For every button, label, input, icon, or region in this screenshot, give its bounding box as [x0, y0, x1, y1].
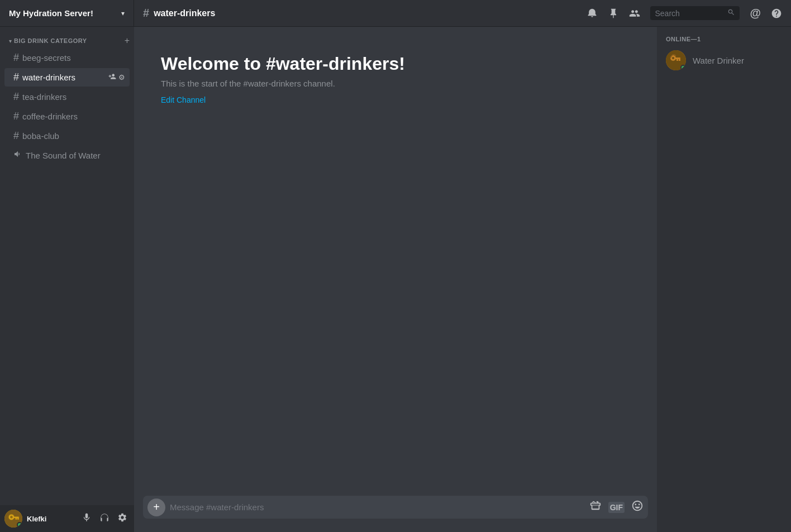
bell-icon[interactable]: [587, 8, 598, 19]
text-channel-icon: #: [13, 111, 19, 122]
channel-name: water-drinkers: [154, 8, 215, 18]
chat-area: Welcome to #water-drinkers! This is the …: [134, 27, 657, 532]
gift-icon[interactable]: [589, 500, 602, 515]
text-channel-icon: #: [13, 130, 19, 142]
svg-point-5: [10, 516, 12, 518]
member-display-name: Water Drinker: [693, 56, 744, 65]
welcome-title: Welcome to #water-drinkers!: [161, 54, 630, 74]
at-icon[interactable]: @: [750, 7, 761, 20]
channel-item-beeg-secrets[interactable]: # beeg-secrets ⚙: [4, 49, 130, 67]
edit-channel-link[interactable]: Edit Channel: [161, 95, 206, 104]
welcome-section: Welcome to #water-drinkers! This is the …: [134, 36, 657, 123]
help-icon[interactable]: [771, 8, 782, 19]
welcome-subtitle: This is the start of the #water-drinkers…: [161, 79, 630, 88]
message-input-box: + GIF: [143, 496, 648, 519]
channel-item-label: boba-club: [22, 131, 125, 141]
svg-rect-2: [14, 516, 19, 518]
member-avatar: [666, 50, 686, 70]
channel-item-actions: ⚙: [108, 73, 125, 82]
members-icon[interactable]: [629, 8, 640, 19]
add-member-icon[interactable]: [108, 73, 116, 82]
member-item[interactable]: Water Drinker: [661, 47, 787, 74]
chat-messages: Welcome to #water-drinkers! This is the …: [134, 27, 657, 496]
emoji-icon[interactable]: [631, 500, 644, 515]
user-bar: Klefki: [0, 505, 134, 532]
channel-item-boba-club[interactable]: # boba-club: [4, 127, 130, 145]
channel-header: # water-drinkers: [134, 7, 578, 20]
svg-point-11: [672, 57, 674, 59]
user-display-name: Klefki: [27, 515, 75, 523]
main-layout: ▾ BIG DRINK CATEGORY + # beeg-secrets ⚙ …: [0, 27, 791, 532]
topbar: My Hydration Server! ▾ # water-drinkers: [0, 0, 791, 27]
category-name: BIG DRINK CATEGORY: [14, 37, 122, 44]
channel-item-label: The Sound of Water: [26, 151, 101, 160]
user-avatar: [4, 510, 22, 528]
pin-icon[interactable]: [608, 8, 619, 19]
members-section-header: ONLINE—1: [661, 36, 787, 47]
user-actions: [79, 510, 130, 527]
channel-item-water-drinkers[interactable]: # water-drinkers ⚙: [4, 68, 130, 87]
channel-item-label: tea-drinkers: [22, 92, 125, 102]
svg-rect-8: [675, 57, 680, 59]
message-actions: GIF: [589, 500, 644, 515]
channel-item-sound-of-water[interactable]: The Sound of Water: [4, 146, 130, 164]
channel-item-label: beeg-secrets: [22, 53, 125, 63]
channel-item-label: coffee-drinkers: [22, 112, 125, 121]
category-header[interactable]: ▾ BIG DRINK CATEGORY +: [0, 27, 134, 48]
search-icon: [727, 8, 735, 18]
text-channel-icon: #: [13, 71, 19, 83]
channel-hash-icon: #: [143, 7, 149, 20]
channel-item-coffee-drinkers[interactable]: # coffee-drinkers: [4, 107, 130, 126]
settings-icon[interactable]: [115, 510, 130, 527]
gif-icon[interactable]: GIF: [608, 502, 625, 513]
server-name: My Hydration Server!: [9, 8, 121, 18]
settings-icon[interactable]: ⚙: [118, 73, 125, 82]
server-chevron-icon: ▾: [121, 9, 125, 17]
svg-rect-10: [676, 59, 678, 61]
members-panel: ONLINE—1 Water Drinker: [657, 27, 791, 532]
server-name-button[interactable]: My Hydration Server! ▾: [0, 0, 134, 26]
text-channel-icon: #: [13, 52, 19, 64]
text-channel-icon: #: [13, 91, 19, 103]
add-channel-icon[interactable]: +: [125, 36, 130, 46]
add-attachment-button[interactable]: +: [147, 499, 165, 516]
message-input-area: + GIF: [134, 496, 657, 532]
message-input[interactable]: [170, 496, 585, 519]
channel-item-tea-drinkers[interactable]: # tea-drinkers: [4, 88, 130, 106]
search-input[interactable]: [655, 9, 724, 18]
search-box[interactable]: [650, 6, 740, 20]
voice-channel-icon: [13, 150, 22, 161]
member-online-indicator: [680, 65, 686, 70]
category-chevron-icon: ▾: [9, 38, 12, 44]
svg-rect-4: [16, 518, 17, 520]
topbar-right: @: [578, 6, 791, 20]
sidebar: ▾ BIG DRINK CATEGORY + # beeg-secrets ⚙ …: [0, 27, 134, 532]
svg-rect-9: [679, 59, 680, 61]
user-online-indicator: [17, 522, 22, 528]
channel-item-label: water-drinkers: [22, 73, 105, 82]
microphone-icon[interactable]: [79, 510, 94, 527]
headphones-icon[interactable]: [97, 510, 112, 527]
svg-rect-3: [17, 518, 19, 520]
